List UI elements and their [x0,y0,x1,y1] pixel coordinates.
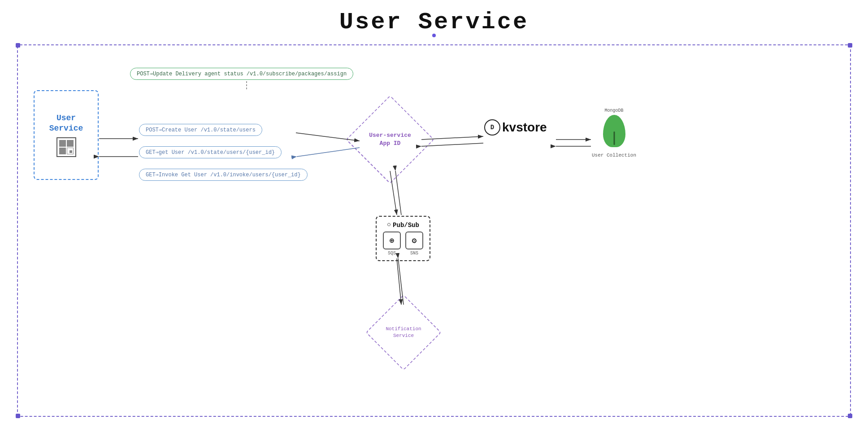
corner-bl [16,414,20,418]
title-decoration [432,34,436,37]
grid-icon [56,137,76,157]
grid-cell-2 [67,140,74,147]
corner-br [848,414,852,418]
mongodb-icon [599,115,630,151]
pubsub-label: Pub/Sub [393,222,419,229]
grid-cell-3 [59,148,66,154]
sns-icon: ⚙ [405,232,423,249]
pubsub-header: ○ Pub/Sub [387,221,419,229]
api-endpoint-1: POST⇒Create User /v1.0/state/users [139,124,262,136]
mongodb-container: MongoDB User Collection [592,108,636,158]
pubsub-container: ○ Pub/Sub ⊕ SQS ⚙ SNS [376,216,430,261]
api-endpoint-3: GET⇒Invoke Get User /v1.0/invoke/users/{… [139,169,308,181]
sqs-label: SQS [388,251,396,256]
grid-cell-1 [59,140,66,147]
mongodb-collection-label: User Collection [592,153,636,158]
pubsub-sns-box: ⚙ SNS [405,232,423,256]
sns-label: SNS [410,251,418,256]
grid-cell-4 [67,148,74,154]
kvstore-box: D kvstore [484,119,547,135]
pubsub-icon: ○ [387,221,391,229]
notification-diamond-label: Notification Service [386,326,421,340]
kvstore-label: kvstore [502,120,547,135]
corner-tr [848,43,852,48]
diamond-appid: User-service App ID [359,108,421,171]
notification-diamond: Notification Service [377,306,430,359]
user-service-label: UserService [49,113,83,134]
notification-diamond-shape: Notification Service [365,294,442,371]
page-title: User Service [339,9,529,35]
diagram-container: POST⇒Update Delivery agent status /v1.0/… [17,44,851,417]
svg-line-16 [297,148,360,157]
api-endpoint-2: GET⇒get User /v1.0/state/users/{user_id} [139,146,282,158]
pubsub-sqs-box: ⊕ SQS [383,232,401,256]
user-service-box: UserService [34,90,99,180]
kvstore-icon: D [484,119,500,135]
api-endpoint-top: POST⇒Update Delivery agent status /v1.0/… [130,68,353,80]
mongodb-top-label: MongoDB [605,108,624,113]
diamond-appid-label: User-service App ID [369,131,411,148]
sqs-icon: ⊕ [383,232,401,249]
svg-line-8 [421,143,483,146]
diamond-appid-shape: User-service App ID [346,95,434,184]
arrows-overlay [18,45,850,416]
pubsub-icons-row: ⊕ SQS ⚙ SNS [383,232,423,256]
corner-tl [16,43,20,48]
mongodb-leaf [603,115,625,147]
